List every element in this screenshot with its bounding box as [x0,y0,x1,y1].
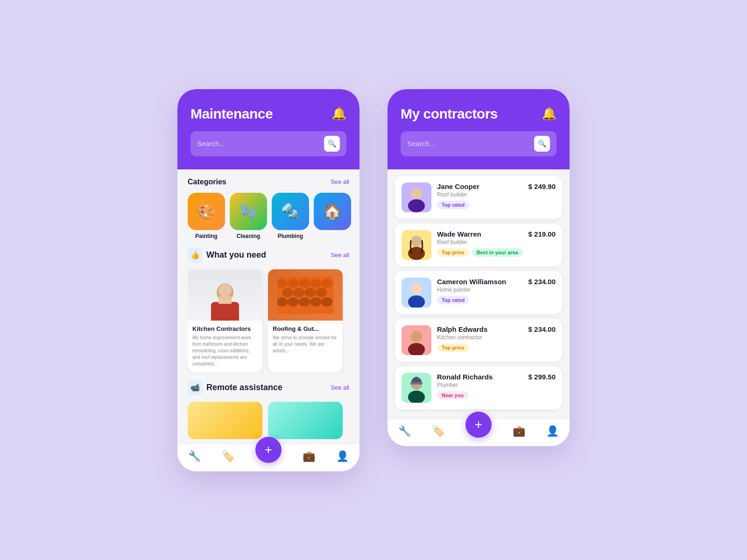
contractors-search-bar: 🔍 [401,131,557,156]
svg-point-10 [282,288,293,297]
svg-point-17 [310,297,321,307]
contractors-nav-wrench-icon[interactable]: 🔧 [398,425,411,437]
ronald-role: Plumber [437,382,556,388]
ronald-info: Ronald Richards $ 299.50 Plumber Near yo… [437,373,556,399]
contractors-nav-add-button[interactable]: + [465,412,492,438]
kitchen-card[interactable]: Kitchen Contractors My home improvement … [188,269,262,372]
category-painting[interactable]: 🎨 Painting [188,193,225,239]
maintenance-search-button[interactable]: 🔍 [324,136,340,152]
remote-see-all[interactable]: See all [331,384,349,391]
kitchen-card-desc: My home improvement work, from bathroom … [192,335,258,367]
nav-tag-icon[interactable]: 🏷️ [222,450,234,462]
remote-cards-row [188,402,349,439]
ralph-info: Ralph Edwards $ 234.00 Kitchen contracto… [437,325,556,352]
nav-briefcase-icon[interactable]: 💼 [303,450,315,462]
svg-point-20 [411,188,422,199]
cameron-name: Cameron Williamson [437,278,506,286]
ralph-role: Kitchen contractor [437,334,556,341]
jane-name: Jane Cooper [437,182,479,190]
roofing-thumb-icon: 🏠 [314,193,351,230]
contractors-title: My contractors [401,106,498,122]
contractors-header: My contractors 🔔 🔍 [388,89,570,169]
nav-wrench-icon[interactable]: 🔧 [188,450,201,462]
contractors-body: Jane Cooper $ 249.90 Roof builder Top ra… [388,169,570,419]
roofing-card[interactable]: Roofing & Gut... We strive to provide se… [268,269,343,372]
wade-badge-best-area: Best in your area [472,248,523,257]
svg-point-7 [299,279,310,288]
contractor-card-cameron[interactable]: Cameron Williamson $ 234.00 Home painter… [395,271,562,314]
remote-title: Remote assistance [206,383,282,392]
contractors-nav-tag-icon[interactable]: 🏷️ [432,425,444,437]
remote-card-2[interactable] [268,402,343,439]
nav-add-button[interactable]: + [255,437,282,463]
wade-name: Wade Warren [437,230,481,238]
category-roofing[interactable]: 🏠 [314,193,351,239]
cameron-avatar [402,278,431,308]
svg-point-18 [321,297,332,307]
category-plumbing[interactable]: 🔩 Plumbing [272,193,309,239]
contractors-search-button[interactable]: 🔍 [534,136,550,152]
jane-price: $ 249.90 [529,182,556,190]
jane-info: Jane Cooper $ 249.90 Roof builder Top ra… [437,182,556,209]
svg-point-6 [288,279,299,288]
roofing-image [268,269,343,321]
svg-rect-1 [211,302,239,321]
wade-badge-top-price: Top price [437,248,469,257]
ronald-badge-near-you: Near you [437,391,468,399]
svg-rect-34 [410,382,423,385]
contractors-bottom-nav: 🔧 🏷️ + 💼 👤 [388,419,570,446]
cameron-price: $ 234.00 [529,278,556,286]
plumbing-icon: 🔩 [272,193,309,230]
maintenance-search-input[interactable] [197,140,319,147]
svg-point-11 [293,288,304,297]
cameron-role: Home painter [437,287,556,293]
plumbing-label: Plumbing [278,233,303,239]
svg-point-9 [321,279,332,288]
remote-card-1[interactable] [188,402,262,439]
contractor-card-wade[interactable]: Wade Warren $ 219.00 Roof builder Top pr… [395,224,562,266]
svg-point-16 [299,297,310,307]
roofing-card-title: Roofing & Gut... [273,325,338,332]
categories-see-all[interactable]: See all [331,178,349,185]
nav-person-icon[interactable]: 👤 [336,450,349,462]
maintenance-bottom-nav: 🔧 🏷️ + 💼 👤 [177,444,359,471]
remote-section: 📹 Remote assistance See all [177,377,359,444]
contractors-nav-person-icon[interactable]: 👤 [546,425,559,437]
contractor-card-jane[interactable]: Jane Cooper $ 249.90 Roof builder Top ra… [395,176,562,219]
what-you-need-title: What you need [206,250,266,260]
kitchen-card-title: Kitchen Contractors [192,325,258,332]
cameron-info: Cameron Williamson $ 234.00 Home painter… [437,278,556,304]
svg-point-23 [411,236,422,247]
contractors-bell-icon[interactable]: 🔔 [542,106,557,121]
jane-badge-top-rated: Top rated [437,201,469,209]
jane-avatar [402,182,431,212]
ralph-name: Ralph Edwards [437,325,487,333]
contractor-card-ralph[interactable]: Ralph Edwards $ 234.00 Kitchen contracto… [395,319,562,362]
service-cards-row: Kitchen Contractors My home improvement … [188,269,349,372]
maintenance-header: Maintenance 🔔 🔍 [177,89,359,169]
svg-point-26 [411,283,422,294]
video-icon: 📹 [188,380,203,395]
roofing-card-desc: We strive to provide service for all of … [273,335,338,354]
svg-point-2 [218,284,232,297]
bell-icon[interactable]: 🔔 [331,106,346,121]
kitchen-image [188,269,262,321]
maintenance-screen: Maintenance 🔔 🔍 Categories See all 🎨 Pai… [177,89,359,471]
contractors-search-input[interactable] [407,140,529,147]
ralph-badge-top-price: Top price [437,343,469,352]
wade-price: $ 219.00 [529,230,556,238]
what-you-need-see-all[interactable]: See all [331,252,349,259]
wade-info: Wade Warren $ 219.00 Roof builder Top pr… [437,230,556,257]
category-cleaning[interactable]: 🧤 Cleaning [230,193,267,239]
ronald-avatar [402,373,431,403]
contractors-nav-briefcase-icon[interactable]: 💼 [513,425,525,437]
cameron-badge-top-rated: Top rated [437,296,469,304]
svg-point-29 [411,331,422,342]
wade-role: Roof builder [437,239,556,245]
categories-label: Categories [188,178,226,186]
painting-icon: 🎨 [188,193,225,230]
contractor-card-ronald[interactable]: Ronald Richards $ 299.50 Plumber Near yo… [395,366,562,409]
svg-point-8 [310,279,321,288]
ralph-avatar [402,325,431,355]
ronald-price: $ 299.50 [529,373,556,381]
